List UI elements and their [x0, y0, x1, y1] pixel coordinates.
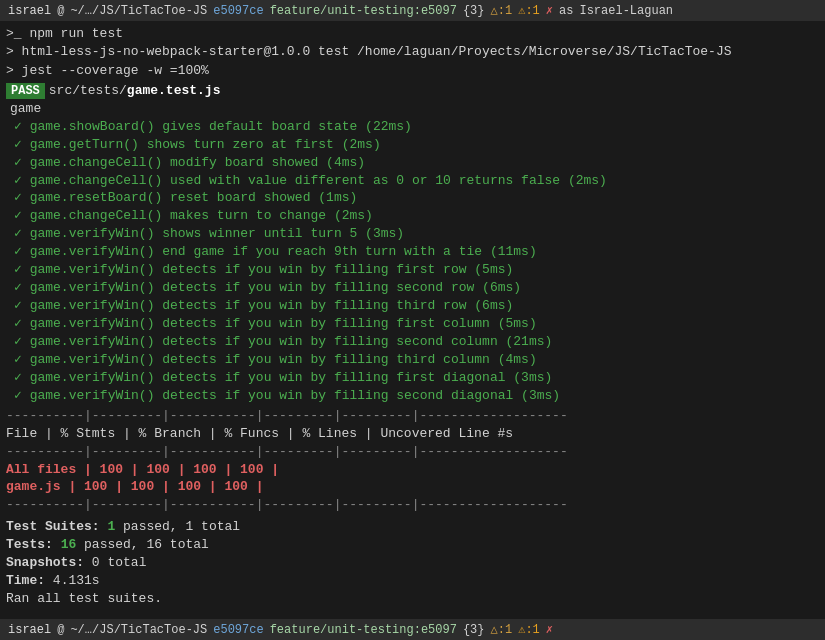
summary-snapshots: Snapshots: 0 total [6, 554, 819, 572]
terminal-content: >_ npm run test > html-less-js-no-webpac… [0, 21, 825, 619]
bottombar-circle: △:1 [491, 622, 513, 637]
summary-test-suites-label: Test Suites: [6, 519, 100, 534]
summary-snapshots-label: Snapshots: [6, 555, 84, 570]
bottombar-commit: e5097ce [213, 623, 263, 637]
summary-time: Time: 4.131s [6, 572, 819, 590]
terminal: israel @ ~/…/JS/TicTacToe-JS e5097ce fea… [0, 0, 825, 640]
top-bar: israel @ ~/…/JS/TicTacToe-JS e5097ce fea… [0, 0, 825, 21]
bottombar-warning: ⚠:1 [518, 622, 540, 637]
summary-tests: Tests: 16 passed, 16 total [6, 536, 819, 554]
test-item: ✓ game.verifyWin() detects if you win by… [14, 279, 819, 297]
test-item: ✓ game.verifyWin() shows winner until tu… [14, 225, 819, 243]
bottombar-user: israel [8, 623, 51, 637]
test-item: ✓ game.verifyWin() detects if you win by… [14, 261, 819, 279]
topbar-branch: feature/unit-testing:e5097 [270, 4, 457, 18]
coverage-table: ----------|---------|-----------|-------… [6, 407, 819, 515]
test-item: ✓ game.changeCell() used with value diff… [14, 172, 819, 190]
summary-time-label: Time: [6, 573, 45, 588]
pass-badge: PASS [6, 83, 45, 100]
topbar-braces: {3} [463, 4, 485, 18]
summary-tests-passed-num: 16 [61, 537, 77, 552]
summary-section: Test Suites: 1 passed, 1 total Tests: 16… [6, 518, 819, 608]
prompt-line: >_ npm run test [6, 25, 819, 43]
summary-time-value: 4.131s [53, 573, 100, 588]
file-path-bold: game.test.js [127, 83, 221, 98]
test-item: ✓ game.verifyWin() detects if you win by… [14, 333, 819, 351]
suite-name: game [10, 100, 819, 118]
test-item: ✓ game.resetBoard() reset board showed (… [14, 189, 819, 207]
test-item: ✓ game.getTurn() shows turn zero at firs… [14, 136, 819, 154]
divider-2: ----------|---------|-----------|-------… [6, 443, 819, 461]
bottombar-braces: {3} [463, 623, 485, 637]
test-item: ✓ game.verifyWin() detects if you win by… [14, 315, 819, 333]
topbar-at: @ [57, 4, 64, 18]
divider-3: ----------|---------|-----------|-------… [6, 496, 819, 514]
topbar-user: israel [8, 4, 51, 18]
topbar-username: Israel-Laguan [579, 4, 673, 18]
table-header: File | % Stmts | % Branch | % Funcs | % … [6, 425, 819, 443]
bottombar-path: ~/…/JS/TicTacToe-JS [70, 623, 207, 637]
bottombar-at: @ [57, 623, 64, 637]
bottombar-x: ✗ [546, 622, 553, 637]
topbar-commit: e5097ce [213, 4, 263, 18]
file-path-prefix: src/tests/ [49, 83, 127, 98]
summary-test-suites-rest: passed, 1 total [123, 519, 240, 534]
test-item: ✓ game.verifyWin() end game if you reach… [14, 243, 819, 261]
bottom-bar: israel @ ~/…/JS/TicTacToe-JS e5097ce fea… [0, 619, 825, 640]
test-item: ✓ game.verifyWin() detects if you win by… [14, 387, 819, 405]
test-item: ✓ game.verifyWin() detects if you win by… [14, 297, 819, 315]
output-line-2: > jest --coverage -w =100% [6, 62, 819, 80]
summary-tests-label: Tests: [6, 537, 53, 552]
summary-test-suites-passed-num: 1 [107, 519, 115, 534]
topbar-as: as [559, 4, 573, 18]
table-game-js-row: game.js | 100 | 100 | 100 | 100 | [6, 478, 819, 496]
pass-line: PASSsrc/tests/game.test.js [6, 82, 819, 100]
topbar-x: ✗ [546, 3, 553, 18]
test-item: ✓ game.verifyWin() detects if you win by… [14, 351, 819, 369]
summary-tests-rest: passed, 16 total [84, 537, 209, 552]
test-list: ✓ game.showBoard() gives default board s… [6, 118, 819, 405]
test-item: ✓ game.showBoard() gives default board s… [14, 118, 819, 136]
output-line-1: > html-less-js-no-webpack-starter@1.0.0 … [6, 43, 819, 61]
bottombar-branch: feature/unit-testing:e5097 [270, 623, 457, 637]
test-item: ✓ game.changeCell() modify board showed … [14, 154, 819, 172]
table-all-files-row: All files | 100 | 100 | 100 | 100 | [6, 461, 819, 479]
topbar-path: ~/…/JS/TicTacToe-JS [70, 4, 207, 18]
summary-ran: Ran all test suites. [6, 590, 819, 608]
summary-snapshots-value: 0 total [92, 555, 147, 570]
test-item: ✓ game.verifyWin() detects if you win by… [14, 369, 819, 387]
summary-test-suites: Test Suites: 1 passed, 1 total [6, 518, 819, 536]
test-item: ✓ game.changeCell() makes turn to change… [14, 207, 819, 225]
topbar-circle: △:1 [491, 3, 513, 18]
divider-1: ----------|---------|-----------|-------… [6, 407, 819, 425]
topbar-warning: ⚠:1 [518, 3, 540, 18]
